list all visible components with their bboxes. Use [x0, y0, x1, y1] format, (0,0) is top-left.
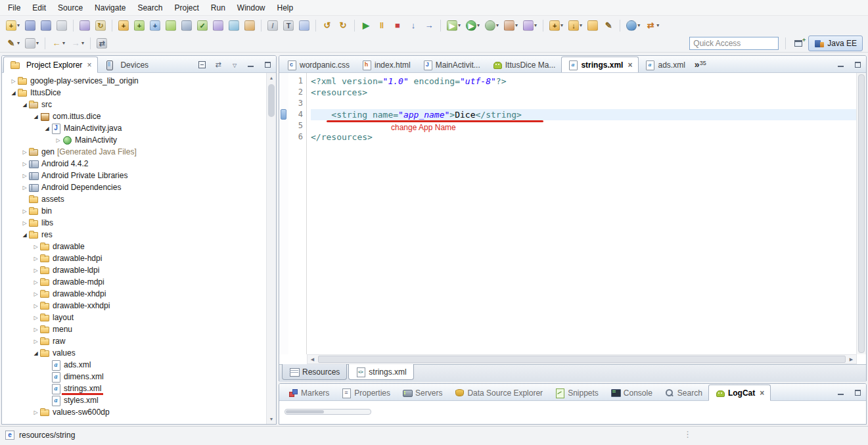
tree-item-layout[interactable]: ▷layout: [2, 312, 266, 323]
pin-editor-button[interactable]: ▾: [23, 37, 41, 50]
menu-window[interactable]: Window: [231, 1, 271, 15]
close-icon[interactable]: [626, 60, 632, 70]
code-pane[interactable]: change App Name <?xml version="1.0" enco…: [307, 73, 856, 354]
scroll-right-icon[interactable]: [846, 355, 856, 363]
open-type-button[interactable]: T: [281, 19, 296, 32]
import-button[interactable]: ↓▾: [566, 19, 584, 32]
minimize-button[interactable]: [245, 59, 257, 70]
chevron-collapsed-icon[interactable]: ▷: [21, 161, 28, 167]
view-tab-console[interactable]: Console: [605, 385, 658, 401]
menu-navigate[interactable]: Navigate: [89, 1, 131, 15]
editor-tab-ads.xml[interactable]: ads.xml: [639, 57, 691, 72]
view-tab-logcat[interactable]: LogCat: [708, 385, 771, 401]
collapse-all-button[interactable]: [196, 59, 208, 70]
tree-scrollbar[interactable]: [266, 73, 276, 424]
scrollbar-thumb[interactable]: [268, 84, 275, 117]
tree-item-mainactivity[interactable]: ▷MainActivity: [2, 134, 266, 146]
view-tab-snippets[interactable]: Snippets: [549, 385, 605, 401]
skip-breakpoints-button[interactable]: /: [265, 19, 280, 32]
tree-item-ittusdice[interactable]: ◢IttusDice: [2, 87, 266, 99]
hierarchy-viewer-button[interactable]: [227, 19, 241, 32]
view-menu-button[interactable]: [229, 59, 240, 70]
chevron-collapsed-icon[interactable]: ▷: [32, 256, 39, 262]
link-with-editor-button[interactable]: ⇄: [95, 37, 109, 50]
chevron-collapsed-icon[interactable]: ▷: [21, 208, 28, 214]
maximize-button[interactable]: [852, 386, 863, 398]
chevron-collapsed-icon[interactable]: ▷: [32, 315, 39, 321]
tree-item-styles.xml[interactable]: styles.xml: [2, 394, 266, 406]
new-wizard-button[interactable]: +▾: [4, 19, 22, 32]
scrollbar-thumb[interactable]: [858, 74, 865, 353]
coverage-button[interactable]: ▾: [502, 19, 520, 32]
editor-tab-strings.xml[interactable]: strings.xml: [561, 57, 639, 72]
resume-button[interactable]: ▶: [359, 19, 373, 32]
chevron-collapsed-icon[interactable]: ▷: [32, 244, 39, 250]
chevron-collapsed-icon[interactable]: ▷: [32, 410, 39, 415]
chevron-collapsed-icon[interactable]: ▷: [21, 149, 28, 155]
tab-project-explorer[interactable]: Project Explorer: [3, 57, 98, 73]
scroll-down-icon[interactable]: [267, 414, 276, 424]
tree-item-drawable-xxhdpi[interactable]: ▷drawable-xxhdpi: [2, 300, 266, 312]
chevron-collapsed-icon[interactable]: ▷: [32, 291, 39, 297]
link-with-editor-button[interactable]: [212, 59, 224, 70]
tree-item-strings.xml[interactable]: strings.xml: [2, 383, 266, 394]
maximize-button[interactable]: [852, 59, 863, 70]
tree-item-com.ittus.dice[interactable]: ◢com.ittus.dice: [2, 110, 266, 122]
tree-item-android-private-libraries[interactable]: ▷Android Private Libraries: [2, 170, 266, 181]
code-line-3[interactable]: [311, 98, 856, 109]
editor-tab-ittusdice-ma...[interactable]: IttusDice Ma...: [486, 57, 562, 72]
logcat-horizontal-scrollbar[interactable]: [285, 409, 371, 415]
view-tab-data-source-explorer[interactable]: Data Source Explorer: [448, 385, 549, 401]
new-android-app-button[interactable]: +: [132, 19, 147, 32]
undo-button[interactable]: ↺: [320, 19, 334, 32]
editor-tab-wordpanic.css[interactable]: wordpanic.css: [281, 57, 355, 72]
editor-vertical-scrollbar[interactable]: [856, 73, 866, 354]
perspective-java-ee-button[interactable]: Java EE: [808, 35, 863, 51]
editor-horizontal-scrollbar[interactable]: [307, 354, 857, 364]
chevron-expanded-icon[interactable]: ◢: [21, 232, 28, 238]
minimize-button[interactable]: [835, 59, 847, 70]
search-files-button[interactable]: [297, 19, 311, 32]
chevron-expanded-icon[interactable]: ◢: [43, 126, 51, 131]
code-line-2[interactable]: <resources>: [311, 87, 856, 98]
scroll-up-icon[interactable]: [267, 73, 276, 83]
android-sdk-manager-button[interactable]: [164, 19, 178, 32]
tree-item-drawable-mdpi[interactable]: ▷drawable-mdpi: [2, 276, 266, 288]
chevron-expanded-icon[interactable]: ◢: [10, 90, 17, 96]
lint-button[interactable]: ✓: [195, 19, 210, 32]
last-edit-location-button[interactable]: ✎▾: [4, 37, 22, 50]
menu-search[interactable]: Search: [131, 1, 168, 15]
page-tab-resources[interactable]: Resources: [282, 364, 347, 380]
new-java-project-button[interactable]: +: [116, 19, 131, 32]
menu-run[interactable]: Run: [205, 1, 231, 15]
editor-tab-overflow[interactable]: 35: [691, 59, 710, 70]
chevron-collapsed-icon[interactable]: ▷: [21, 173, 28, 179]
tree-item-drawable-xhdpi[interactable]: ▷drawable-xhdpi: [2, 288, 266, 300]
chevron-expanded-icon[interactable]: ◢: [32, 114, 39, 120]
chevron-expanded-icon[interactable]: ◢: [21, 102, 28, 108]
redo-button[interactable]: ↻: [336, 19, 350, 32]
chevron-collapsed-icon[interactable]: ▷: [32, 339, 39, 344]
scrollbar-thumb[interactable]: [286, 410, 324, 413]
chevron-collapsed-icon[interactable]: ▷: [32, 327, 39, 333]
tree-item-values[interactable]: ◢values: [2, 347, 266, 359]
close-icon[interactable]: [85, 60, 91, 70]
tree-item-dimens.xml[interactable]: dimens.xml: [2, 371, 266, 383]
code-line-1[interactable]: <?xml version="1.0" encoding="utf-8"?>: [311, 76, 856, 87]
tree-item-ads.xml[interactable]: ads.xml: [2, 359, 266, 371]
open-resource-button[interactable]: [585, 19, 600, 32]
tree-item-android-4.4.2[interactable]: ▷Android 4.4.2: [2, 158, 266, 170]
menu-file[interactable]: File: [2, 1, 26, 15]
tree-item-res[interactable]: ◢res: [2, 229, 266, 241]
chevron-collapsed-icon[interactable]: ▷: [21, 220, 28, 226]
menu-edit[interactable]: Edit: [26, 1, 52, 15]
tab-devices[interactable]: Devices: [98, 57, 154, 73]
tree-item-src[interactable]: ◢src: [2, 99, 266, 110]
view-tab-servers[interactable]: Servers: [396, 385, 448, 401]
view-tab-properties[interactable]: Properties: [335, 385, 396, 401]
code-line-4[interactable]: <string name="app_name">Dice</string>: [311, 109, 856, 120]
tree-item-drawable-ldpi[interactable]: ▷drawable-ldpi: [2, 264, 266, 276]
chevron-collapsed-icon[interactable]: ▷: [32, 268, 39, 273]
run-button[interactable]: ▶▾: [464, 19, 482, 32]
android-device-monitor-button[interactable]: [179, 19, 194, 32]
